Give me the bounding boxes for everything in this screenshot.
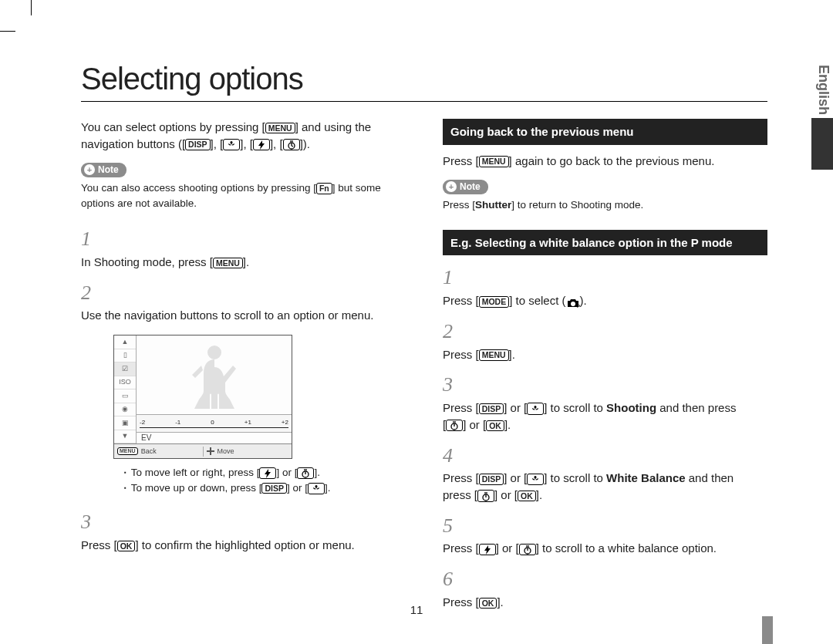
step-1: 1 In Shooting mode, press [MENU].: [81, 224, 406, 270]
disp-icon: DISP: [479, 474, 504, 485]
fn-icon: Fn: [316, 183, 332, 194]
move-icon: [207, 447, 214, 455]
camera-p-icon: P: [566, 296, 580, 307]
section-heading-2: E.g. Selecting a white balance option in…: [443, 230, 767, 256]
note-block: +Note You can also access shooting optio…: [81, 160, 406, 211]
timer-icon: [446, 420, 463, 431]
language-label: English: [811, 62, 833, 118]
page-title: Selecting options: [81, 62, 767, 96]
menu-icon: MENU: [479, 349, 509, 361]
camera-screen-mockup: ▲ ▯ ☑ ISO ▭ ◉ ▣ ▼: [113, 335, 292, 459]
right-column: Going back to the previous menu Press [M…: [443, 119, 767, 619]
disp-icon: DISP: [479, 403, 504, 415]
flash-icon: [253, 139, 270, 150]
section1-text: Press [MENU] again to go back to the pre…: [443, 153, 767, 170]
ok-icon: OK: [518, 491, 536, 502]
page-content: Selecting options You can select options…: [81, 62, 767, 619]
ev-scale-row: -2 -1 0 +1 +2: [137, 415, 292, 433]
svg-point-2: [571, 302, 575, 306]
flash-icon: [479, 544, 496, 555]
screen-icon-strip: ▲ ▯ ☑ ISO ▭ ◉ ▣ ▼: [114, 335, 137, 443]
macro-icon: [308, 483, 325, 494]
disp-icon: DISP: [185, 139, 211, 150]
ok-icon: OK: [486, 420, 504, 432]
screen-footer: MENUBack Move: [114, 443, 292, 458]
macro-icon: [527, 403, 544, 414]
timer-icon: [283, 139, 300, 150]
crop-mark: [31, 0, 32, 15]
disp-icon: DISP: [261, 483, 287, 494]
flash-icon: [259, 467, 276, 479]
movement-bullets: To move left or right, press [] or []. T…: [124, 465, 406, 495]
timer-icon: [519, 544, 536, 555]
note-text: Press [Shutter] to return to Shooting mo…: [443, 197, 767, 213]
rstep-2: 2 Press [MENU].: [443, 317, 767, 362]
section-heading-1: Going back to the previous menu: [443, 119, 767, 145]
step-2: 2 Use the navigation buttons to scroll t…: [81, 278, 406, 324]
timer-icon: [297, 467, 314, 479]
timer-icon: [477, 490, 494, 501]
page-number: 11: [0, 603, 833, 616]
macro-icon: [527, 474, 544, 485]
ev-label: EV: [137, 433, 292, 444]
rstep-4: 4 Press [DISP] or [] to scroll to White …: [443, 441, 767, 504]
language-side-tab: English: [811, 62, 833, 170]
menu-icon: MENU: [479, 156, 509, 167]
note-block: +Note Press [Shutter] to return to Shoot…: [443, 177, 767, 213]
bottom-tab-marker: [762, 616, 773, 644]
intro-text: You can select options by pressing [MENU…: [81, 119, 406, 153]
divider: [81, 101, 767, 102]
rstep-3: 3 Press [DISP] or [] to scroll to Shooti…: [443, 370, 767, 433]
silhouette-icon: [187, 341, 241, 414]
menu-icon: MENU: [265, 123, 295, 134]
mode-icon: MODE: [479, 296, 510, 308]
crop-mark: [0, 31, 15, 32]
note-text: You can also access shooting options by …: [81, 180, 406, 211]
rstep-1: 1 Press [MODE] to select (P).: [443, 263, 767, 309]
ok-icon: OK: [117, 541, 136, 552]
step-3: 3 Press [OK] to confirm the highlighted …: [81, 507, 406, 553]
macro-icon: [223, 139, 240, 150]
rstep-5: 5 Press [] or [] to scroll to a white ba…: [443, 511, 767, 557]
note-label: +Note: [443, 180, 488, 194]
note-label: +Note: [81, 163, 126, 177]
menu-icon: MENU: [213, 258, 243, 269]
left-column: You can select options by pressing [MENU…: [81, 119, 406, 619]
